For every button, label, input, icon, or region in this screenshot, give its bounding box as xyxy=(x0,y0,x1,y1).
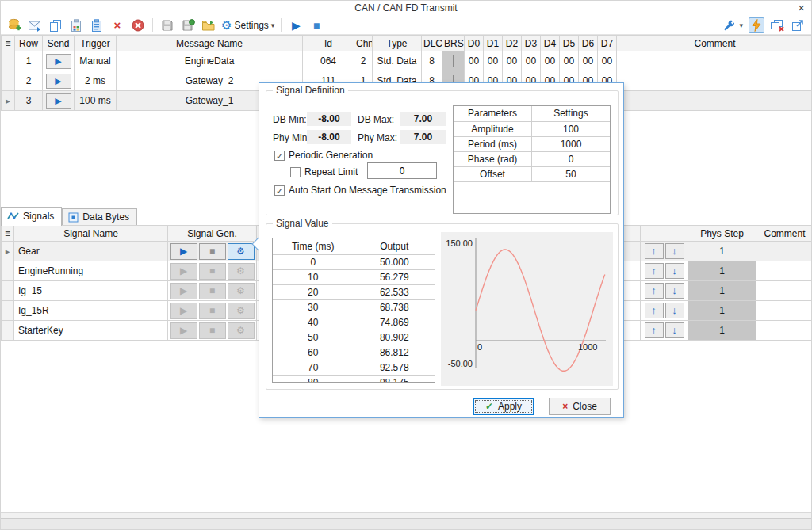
tab-signals[interactable]: Signals xyxy=(1,207,62,226)
settings-button[interactable]: ⚙ Settings ▾ xyxy=(221,19,274,32)
param-value-cell[interactable]: 1000 xyxy=(532,136,611,151)
byte-cell[interactable]: 00 xyxy=(598,51,617,71)
signal-config-button[interactable]: ⚙ xyxy=(228,263,255,280)
horizontal-scrollbar[interactable] xyxy=(1,512,811,518)
value-down-button[interactable]: ↓ xyxy=(665,283,684,299)
byte-cell[interactable]: 00 xyxy=(560,51,579,71)
delete-button[interactable]: × xyxy=(109,17,125,33)
send-button[interactable]: ▶ xyxy=(46,54,71,69)
value-down-button[interactable]: ↓ xyxy=(665,263,684,279)
byte-cell[interactable]: 00 xyxy=(541,51,560,71)
trigger-cell[interactable]: 100 ms xyxy=(75,91,117,111)
trigger-cell[interactable]: 2 ms xyxy=(75,71,117,91)
trigger-cell[interactable]: Manual xyxy=(75,51,117,71)
value-up-button[interactable]: ↑ xyxy=(645,283,664,299)
signal-config-button[interactable]: ⚙ xyxy=(228,243,255,260)
power-toggle-button[interactable] xyxy=(749,17,764,33)
auto-start-checkbox[interactable]: ✓ Auto Start On Message Transmission xyxy=(274,185,446,196)
signal-stop-button[interactable]: ■ xyxy=(199,303,226,319)
phys-step-cell[interactable]: 1 xyxy=(688,301,756,321)
comment-cell[interactable] xyxy=(756,261,812,281)
signal-stop-button[interactable]: ■ xyxy=(199,263,226,280)
signal-name-cell[interactable]: Ig_15 xyxy=(14,281,168,301)
row-number-cell[interactable]: 2 xyxy=(15,71,43,91)
byte-cell[interactable]: 00 xyxy=(484,51,503,71)
param-value-cell[interactable]: 100 xyxy=(532,121,611,136)
value-down-button[interactable]: ↓ xyxy=(665,243,684,259)
value-up-button[interactable]: ↑ xyxy=(645,303,664,318)
close-windows-button[interactable] xyxy=(769,17,785,33)
signal-config-button[interactable]: ⚙ xyxy=(228,303,255,319)
send-button[interactable]: ▶ xyxy=(46,74,71,89)
apply-button[interactable]: ✓ Apply xyxy=(473,398,534,415)
signal-stop-button[interactable]: ■ xyxy=(199,283,226,299)
brs-checkbox[interactable] xyxy=(453,55,454,67)
byte-cell[interactable]: 00 xyxy=(522,51,541,71)
signal-name-cell[interactable]: EngineRunning xyxy=(14,261,168,281)
checkbox-box[interactable]: ✓ xyxy=(274,185,285,196)
id-cell[interactable]: 064 xyxy=(303,51,354,71)
add-frame-button[interactable] xyxy=(6,17,22,33)
param-value-cell[interactable]: 0 xyxy=(532,151,611,166)
type-cell[interactable]: Std. Data xyxy=(373,51,422,71)
periodic-generation-checkbox[interactable]: ✓ Periodic Generation xyxy=(274,150,373,161)
signal-stop-button[interactable]: ■ xyxy=(199,322,226,339)
signal-config-button[interactable]: ⚙ xyxy=(228,283,255,299)
row-number-cell[interactable]: 3 xyxy=(15,91,43,111)
signal-play-button[interactable]: ▶ xyxy=(170,322,197,339)
comment-cell[interactable] xyxy=(756,321,812,341)
signal-play-button[interactable]: ▶ xyxy=(170,283,197,299)
tools-button[interactable] xyxy=(721,17,737,33)
signal-play-button[interactable]: ▶ xyxy=(170,263,197,280)
phys-step-cell[interactable]: 1 xyxy=(688,321,756,341)
signal-name-cell[interactable]: StarterKey xyxy=(14,321,168,341)
save-button[interactable] xyxy=(159,17,175,33)
tab-data-bytes[interactable]: Data Bytes xyxy=(62,208,137,226)
phys-step-cell[interactable]: 1 xyxy=(688,242,756,261)
stop-all-button[interactable]: ■ xyxy=(308,17,324,33)
delete-all-button[interactable] xyxy=(130,17,146,33)
value-up-button[interactable]: ↑ xyxy=(645,263,664,279)
signal-play-button[interactable]: ▶ xyxy=(170,303,197,319)
byte-cell[interactable]: 00 xyxy=(465,51,484,71)
comment-cell[interactable] xyxy=(756,242,812,261)
message-name-cell[interactable]: EngineData xyxy=(117,51,303,71)
close-button[interactable]: × Close xyxy=(549,398,611,415)
comment-cell[interactable] xyxy=(756,281,812,301)
repeat-limit-input[interactable] xyxy=(367,162,437,179)
dlc-cell[interactable]: 8 xyxy=(422,51,442,71)
import-frame-button[interactable] xyxy=(27,17,43,33)
value-up-button[interactable]: ↑ xyxy=(645,322,664,338)
start-all-button[interactable]: ▶ xyxy=(288,17,304,33)
checkbox-box[interactable]: ✓ xyxy=(274,151,285,161)
comment-cell[interactable] xyxy=(617,91,812,111)
phys-step-cell[interactable]: 1 xyxy=(688,261,756,281)
signal-config-button[interactable]: ⚙ xyxy=(228,322,255,339)
phys-step-cell[interactable]: 1 xyxy=(688,281,756,301)
byte-cell[interactable]: 00 xyxy=(579,51,598,71)
open-button[interactable] xyxy=(201,17,216,33)
value-down-button[interactable]: ↓ xyxy=(665,322,684,338)
copy-button[interactable] xyxy=(48,17,63,33)
row-number-cell[interactable]: 1 xyxy=(15,51,43,71)
column-chooser-icon[interactable]: ≡ xyxy=(2,36,15,51)
send-button[interactable]: ▶ xyxy=(46,93,71,109)
value-down-button[interactable]: ↓ xyxy=(665,303,684,318)
comment-cell[interactable] xyxy=(617,51,812,71)
column-chooser-icon[interactable]: ≡ xyxy=(2,226,14,242)
signal-stop-button[interactable]: ■ xyxy=(199,243,226,260)
export-button[interactable] xyxy=(790,17,806,33)
save-as-button[interactable] xyxy=(180,17,196,33)
paste-plain-button[interactable] xyxy=(89,17,105,33)
comment-cell[interactable] xyxy=(617,71,812,91)
value-up-button[interactable]: ↑ xyxy=(645,243,664,259)
comment-cell[interactable] xyxy=(756,301,812,321)
checkbox-box[interactable] xyxy=(290,167,301,177)
signal-play-button[interactable]: ▶ xyxy=(170,243,197,260)
param-value-cell[interactable]: 50 xyxy=(532,166,611,181)
close-window-icon[interactable]: × xyxy=(798,2,805,14)
chn-cell[interactable]: 2 xyxy=(354,51,373,71)
repeat-limit-checkbox[interactable]: Repeat Limit xyxy=(290,166,358,177)
paste-button[interactable] xyxy=(68,17,84,33)
signal-name-cell[interactable]: Ig_15R xyxy=(14,301,168,321)
